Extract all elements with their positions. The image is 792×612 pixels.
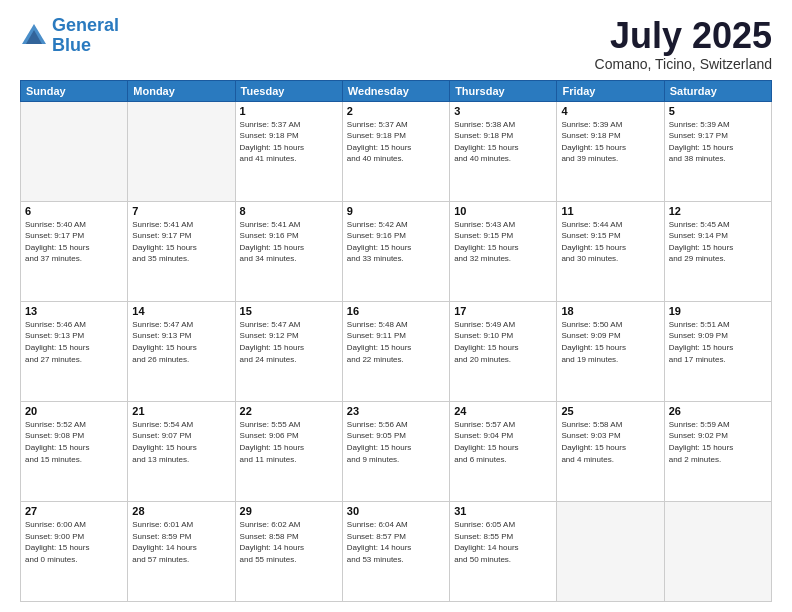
day-detail: Sunrise: 6:02 AM Sunset: 8:58 PM Dayligh… — [240, 519, 338, 565]
day-detail: Sunrise: 5:51 AM Sunset: 9:09 PM Dayligh… — [669, 319, 767, 365]
calendar-cell: 16Sunrise: 5:48 AM Sunset: 9:11 PM Dayli… — [342, 301, 449, 401]
day-detail: Sunrise: 5:43 AM Sunset: 9:15 PM Dayligh… — [454, 219, 552, 265]
day-number: 18 — [561, 305, 659, 317]
calendar-week-2: 6Sunrise: 5:40 AM Sunset: 9:17 PM Daylig… — [21, 201, 772, 301]
day-number: 16 — [347, 305, 445, 317]
day-detail: Sunrise: 6:04 AM Sunset: 8:57 PM Dayligh… — [347, 519, 445, 565]
calendar-cell: 11Sunrise: 5:44 AM Sunset: 9:15 PM Dayli… — [557, 201, 664, 301]
day-detail: Sunrise: 5:47 AM Sunset: 9:12 PM Dayligh… — [240, 319, 338, 365]
day-number: 13 — [25, 305, 123, 317]
calendar-cell: 29Sunrise: 6:02 AM Sunset: 8:58 PM Dayli… — [235, 501, 342, 601]
calendar-week-3: 13Sunrise: 5:46 AM Sunset: 9:13 PM Dayli… — [21, 301, 772, 401]
location: Comano, Ticino, Switzerland — [595, 56, 772, 72]
day-number: 28 — [132, 505, 230, 517]
day-number: 31 — [454, 505, 552, 517]
day-detail: Sunrise: 6:01 AM Sunset: 8:59 PM Dayligh… — [132, 519, 230, 565]
day-number: 6 — [25, 205, 123, 217]
day-number: 4 — [561, 105, 659, 117]
day-detail: Sunrise: 5:45 AM Sunset: 9:14 PM Dayligh… — [669, 219, 767, 265]
calendar-cell: 30Sunrise: 6:04 AM Sunset: 8:57 PM Dayli… — [342, 501, 449, 601]
day-number: 5 — [669, 105, 767, 117]
calendar-cell: 27Sunrise: 6:00 AM Sunset: 9:00 PM Dayli… — [21, 501, 128, 601]
logo: General Blue — [20, 16, 119, 56]
day-detail: Sunrise: 5:41 AM Sunset: 9:16 PM Dayligh… — [240, 219, 338, 265]
calendar-cell: 10Sunrise: 5:43 AM Sunset: 9:15 PM Dayli… — [450, 201, 557, 301]
calendar: Sunday Monday Tuesday Wednesday Thursday… — [20, 80, 772, 602]
day-number: 14 — [132, 305, 230, 317]
day-detail: Sunrise: 5:40 AM Sunset: 9:17 PM Dayligh… — [25, 219, 123, 265]
calendar-cell — [21, 101, 128, 201]
day-number: 19 — [669, 305, 767, 317]
calendar-cell: 9Sunrise: 5:42 AM Sunset: 9:16 PM Daylig… — [342, 201, 449, 301]
day-number: 15 — [240, 305, 338, 317]
calendar-cell: 3Sunrise: 5:38 AM Sunset: 9:18 PM Daylig… — [450, 101, 557, 201]
calendar-header-row: Sunday Monday Tuesday Wednesday Thursday… — [21, 80, 772, 101]
calendar-cell: 19Sunrise: 5:51 AM Sunset: 9:09 PM Dayli… — [664, 301, 771, 401]
month-title: July 2025 — [595, 16, 772, 56]
day-number: 8 — [240, 205, 338, 217]
day-detail: Sunrise: 5:52 AM Sunset: 9:08 PM Dayligh… — [25, 419, 123, 465]
day-number: 1 — [240, 105, 338, 117]
day-detail: Sunrise: 5:38 AM Sunset: 9:18 PM Dayligh… — [454, 119, 552, 165]
calendar-cell: 24Sunrise: 5:57 AM Sunset: 9:04 PM Dayli… — [450, 401, 557, 501]
page: General Blue July 2025 Comano, Ticino, S… — [0, 0, 792, 612]
calendar-cell — [664, 501, 771, 601]
logo-line1: General — [52, 15, 119, 35]
day-detail: Sunrise: 5:37 AM Sunset: 9:18 PM Dayligh… — [347, 119, 445, 165]
day-detail: Sunrise: 5:47 AM Sunset: 9:13 PM Dayligh… — [132, 319, 230, 365]
calendar-week-4: 20Sunrise: 5:52 AM Sunset: 9:08 PM Dayli… — [21, 401, 772, 501]
day-detail: Sunrise: 5:58 AM Sunset: 9:03 PM Dayligh… — [561, 419, 659, 465]
day-number: 11 — [561, 205, 659, 217]
day-number: 2 — [347, 105, 445, 117]
calendar-cell — [557, 501, 664, 601]
calendar-cell: 22Sunrise: 5:55 AM Sunset: 9:06 PM Dayli… — [235, 401, 342, 501]
logo-icon — [20, 22, 48, 50]
day-detail: Sunrise: 5:48 AM Sunset: 9:11 PM Dayligh… — [347, 319, 445, 365]
day-detail: Sunrise: 5:46 AM Sunset: 9:13 PM Dayligh… — [25, 319, 123, 365]
day-number: 9 — [347, 205, 445, 217]
day-detail: Sunrise: 5:57 AM Sunset: 9:04 PM Dayligh… — [454, 419, 552, 465]
col-monday: Monday — [128, 80, 235, 101]
day-detail: Sunrise: 5:49 AM Sunset: 9:10 PM Dayligh… — [454, 319, 552, 365]
calendar-cell: 31Sunrise: 6:05 AM Sunset: 8:55 PM Dayli… — [450, 501, 557, 601]
calendar-cell: 6Sunrise: 5:40 AM Sunset: 9:17 PM Daylig… — [21, 201, 128, 301]
calendar-cell: 15Sunrise: 5:47 AM Sunset: 9:12 PM Dayli… — [235, 301, 342, 401]
calendar-cell: 20Sunrise: 5:52 AM Sunset: 9:08 PM Dayli… — [21, 401, 128, 501]
day-number: 3 — [454, 105, 552, 117]
day-number: 30 — [347, 505, 445, 517]
calendar-cell: 2Sunrise: 5:37 AM Sunset: 9:18 PM Daylig… — [342, 101, 449, 201]
day-number: 21 — [132, 405, 230, 417]
day-number: 29 — [240, 505, 338, 517]
logo-line2: Blue — [52, 35, 91, 55]
day-detail: Sunrise: 5:56 AM Sunset: 9:05 PM Dayligh… — [347, 419, 445, 465]
day-detail: Sunrise: 5:54 AM Sunset: 9:07 PM Dayligh… — [132, 419, 230, 465]
calendar-cell: 13Sunrise: 5:46 AM Sunset: 9:13 PM Dayli… — [21, 301, 128, 401]
day-detail: Sunrise: 5:59 AM Sunset: 9:02 PM Dayligh… — [669, 419, 767, 465]
day-detail: Sunrise: 5:44 AM Sunset: 9:15 PM Dayligh… — [561, 219, 659, 265]
col-wednesday: Wednesday — [342, 80, 449, 101]
calendar-cell: 21Sunrise: 5:54 AM Sunset: 9:07 PM Dayli… — [128, 401, 235, 501]
day-number: 25 — [561, 405, 659, 417]
header: General Blue July 2025 Comano, Ticino, S… — [20, 16, 772, 72]
calendar-week-1: 1Sunrise: 5:37 AM Sunset: 9:18 PM Daylig… — [21, 101, 772, 201]
day-number: 23 — [347, 405, 445, 417]
day-number: 27 — [25, 505, 123, 517]
day-detail: Sunrise: 6:05 AM Sunset: 8:55 PM Dayligh… — [454, 519, 552, 565]
col-tuesday: Tuesday — [235, 80, 342, 101]
col-sunday: Sunday — [21, 80, 128, 101]
col-friday: Friday — [557, 80, 664, 101]
day-detail: Sunrise: 5:55 AM Sunset: 9:06 PM Dayligh… — [240, 419, 338, 465]
day-detail: Sunrise: 5:50 AM Sunset: 9:09 PM Dayligh… — [561, 319, 659, 365]
day-number: 20 — [25, 405, 123, 417]
calendar-cell: 18Sunrise: 5:50 AM Sunset: 9:09 PM Dayli… — [557, 301, 664, 401]
calendar-cell: 17Sunrise: 5:49 AM Sunset: 9:10 PM Dayli… — [450, 301, 557, 401]
day-number: 22 — [240, 405, 338, 417]
day-number: 12 — [669, 205, 767, 217]
col-thursday: Thursday — [450, 80, 557, 101]
day-detail: Sunrise: 5:39 AM Sunset: 9:17 PM Dayligh… — [669, 119, 767, 165]
day-detail: Sunrise: 5:42 AM Sunset: 9:16 PM Dayligh… — [347, 219, 445, 265]
calendar-cell: 12Sunrise: 5:45 AM Sunset: 9:14 PM Dayli… — [664, 201, 771, 301]
calendar-cell: 26Sunrise: 5:59 AM Sunset: 9:02 PM Dayli… — [664, 401, 771, 501]
calendar-week-5: 27Sunrise: 6:00 AM Sunset: 9:00 PM Dayli… — [21, 501, 772, 601]
day-detail: Sunrise: 6:00 AM Sunset: 9:00 PM Dayligh… — [25, 519, 123, 565]
